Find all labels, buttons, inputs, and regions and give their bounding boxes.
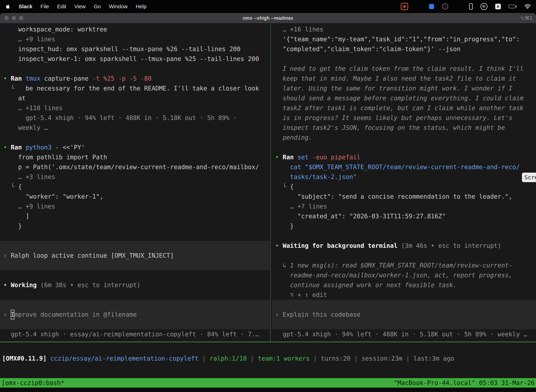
terminal-pane-left[interactable]: workspace_mode: worktree … +9 lines insp… <box>0 24 270 339</box>
app-grid-icon[interactable] <box>416 4 421 9</box>
menu-bar-left: Slack FileEditViewGoWindowHelp <box>5 4 147 9</box>
terminal-line: readme-and-reco/mailbox/worker-1.json, a… <box>272 270 536 280</box>
terminal-line <box>0 133 270 142</box>
terminal-line: inspect task2's JSON, focusing on the st… <box>272 123 536 133</box>
dark-app-icon[interactable] <box>442 3 448 10</box>
terminal-text-segment: tasks/task-2.json" <box>275 173 357 180</box>
sidecar-icon[interactable] <box>469 3 473 10</box>
terminal-text-segment: ] <box>3 213 29 220</box>
menu-item-window[interactable]: Window <box>109 4 128 9</box>
terminal-text-segment: at <box>3 95 25 102</box>
terminal-text-segment: '{"team_name":"my-team","task_id":"1","f… <box>275 36 520 43</box>
terminal-line <box>0 64 270 74</box>
status-segment: | <box>402 355 413 362</box>
terminal-text-segment: continue assigned work or next feasible … <box>275 281 457 289</box>
screen-recording-indicator[interactable] <box>401 3 408 10</box>
terminal-text-segment: from pathlib import Path <box>3 154 107 161</box>
terminal-text-segment: -euo pipefail <box>312 154 360 161</box>
omx-status-line: [OMX#0.11.9] cczip/essay/ai-reimplementa… <box>2 354 454 363</box>
status-segment: | <box>247 355 258 362</box>
terminal-line: › Explain this codebase <box>272 310 536 319</box>
status-segment: turns:20 <box>321 355 350 362</box>
terminal-text-segment: └ <box>3 85 18 92</box>
terminal-line: from pathlib import Path <box>0 152 270 162</box>
macos-menu-bar: Slack FileEditViewGoWindowHelp 61 A <box>0 0 536 13</box>
terminal-line: └ be necessary for the end of the README… <box>0 84 270 93</box>
terminal-text-segment: inspect_worker-1: omx sparkshell --tmux-… <box>3 55 259 62</box>
menu-item-help[interactable]: Help <box>136 4 147 9</box>
tmux-status-bar: [omx-cczip0:bash* "MacBook-Pro-44.local"… <box>0 378 536 387</box>
menu-item-view[interactable]: View <box>74 4 86 9</box>
recording-stop-shape <box>401 3 408 10</box>
menu-items: FileEditViewGoWindowHelp <box>40 4 147 9</box>
terminal-text-segment: task2 after task1 is complete, but can I… <box>275 104 523 112</box>
terminal-text-segment: • <box>3 281 11 289</box>
terminal-line: • Waiting for background terminal (3m 46… <box>272 241 536 251</box>
terminal-line: } <box>0 221 270 231</box>
terminal-text-segment: inspect_hud: omx sparkshell --tmux-pane … <box>3 46 241 52</box>
terminal-line: gpt-5.4 xhigh · 94% left · 488K in · 5.1… <box>0 113 270 123</box>
terminal-text-segment: workspace_mode: worktree <box>3 26 107 33</box>
terminal-line: gpt-5.4 xhigh · essay/ai-reimplementatio… <box>0 329 270 339</box>
dots-grid-icon[interactable] <box>456 4 461 9</box>
status-segment: | <box>350 355 362 362</box>
tmux-session-label: [omx-cczip0:bash* <box>1 379 64 386</box>
active-app-name[interactable]: Slack <box>19 4 32 9</box>
menu-item-file[interactable]: File <box>40 4 49 9</box>
terminal-line: • Working (6m 38s • esc to interrupt) <box>0 280 270 290</box>
zoom-button[interactable] <box>19 16 23 20</box>
terminal-text-segment: └ <box>275 183 290 190</box>
terminal-text-segment: keep that in mind. Maybe I also need the… <box>275 75 516 82</box>
terminal-line: tasks/task-2.json" <box>272 172 536 182</box>
battery-icon[interactable] <box>509 5 517 8</box>
terminal-line: is in progress? It seems likely but perh… <box>272 113 536 123</box>
terminal-text-segment: └ <box>3 183 18 190</box>
terminal-text-segment: … +9 lines <box>3 203 55 210</box>
terminal-text-segment: capture-pane <box>44 75 92 82</box>
menu-item-go[interactable]: Go <box>94 4 101 9</box>
badge-61-icon[interactable]: 61 <box>480 3 488 10</box>
input-source-icon[interactable]: A <box>495 4 501 9</box>
terminal-text-segment: "completed","claim_token":"claim-token"}… <box>275 46 460 52</box>
terminal-line: … +110 lines <box>0 103 270 113</box>
terminal-text-segment: cat "$OMX_TEAM_STATE_ROOT/team/review-cu… <box>275 163 520 171</box>
terminal-line: › Ralph loop active continue [OMX_TMUX_I… <box>0 251 270 261</box>
menu-item-edit[interactable]: Edit <box>57 4 66 9</box>
terminal-text-segment: I need to get the claim token from the c… <box>275 65 523 72</box>
window-title-bar[interactable]: omx --xhigh --madmax ⌥⌘1 <box>0 13 536 23</box>
terminal-text-segment: (3m 46s • esc to interrupt) <box>401 242 501 249</box>
terminal-text-segment: "subject": "send a concise recommendatio… <box>275 193 512 200</box>
terminal-line <box>0 261 270 270</box>
status-segment: ralph:1/10 <box>210 355 247 362</box>
terminal-line <box>272 231 536 241</box>
terminal-line: › Improve documentation in @filename <box>0 310 270 319</box>
window-controls <box>5 16 23 20</box>
terminal-line: … +7 lines <box>272 201 536 211</box>
terminal-text-segment: later. Using the same for transition mig… <box>275 85 512 92</box>
terminal-line: I need to get the claim token from the c… <box>272 64 536 74</box>
terminal-line <box>0 319 270 329</box>
terminal-text-segment: ↳ <box>275 262 290 269</box>
terminal-text-segment: gpt-5.4 xhigh · essay/ai-reimplementatio… <box>3 331 259 338</box>
blue-app-icon[interactable] <box>429 4 434 9</box>
terminal-line: … +9 lines <box>0 34 270 44</box>
apple-menu-icon[interactable] <box>5 4 10 9</box>
terminal-line: … +16 lines <box>272 24 536 34</box>
terminal-text-segment: inspect task2's JSON, focusing on the st… <box>275 124 505 131</box>
terminal-text-segment: ⌥ + ↑ edit <box>275 291 327 299</box>
terminal-line: workspace_mode: worktree <box>0 24 270 34</box>
terminal-text-segment: Explain this codebase <box>282 311 360 318</box>
wifi-icon[interactable] <box>524 4 531 9</box>
terminal-line <box>0 270 270 280</box>
terminal-pane-right[interactable]: … +16 lines '{"team_name":"my-team","tas… <box>272 24 536 339</box>
terminal-text-segment: be necessary for the end of the README. … <box>18 85 259 92</box>
terminal-line: '{"team_name":"my-team","task_id":"1","f… <box>272 34 536 44</box>
terminal-line: • Ran tmux capture-pane -t %25 -p -S -80 <box>0 74 270 84</box>
terminal-text-segment: { <box>18 183 22 190</box>
terminal-text-segment: Waiting for background terminal <box>282 242 401 249</box>
minimize-button[interactable] <box>12 16 16 20</box>
battery-nub <box>516 6 517 7</box>
tmux-vertical-divider[interactable] <box>270 23 271 342</box>
terminal-line <box>0 290 270 300</box>
close-button[interactable] <box>5 16 9 20</box>
